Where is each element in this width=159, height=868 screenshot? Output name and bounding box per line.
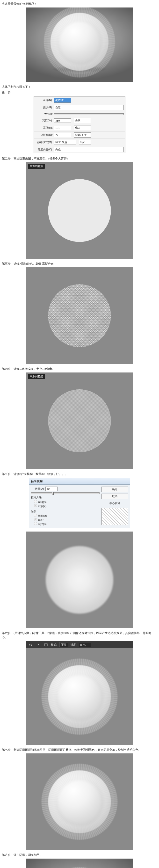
opt-zoom[interactable]: 缩放(Z) (34, 504, 101, 508)
procedure-heading: 具体的制作步骤如下： (2, 85, 157, 89)
figure-step4: 来源剑花烟 (26, 372, 133, 469)
figure-step3 (26, 267, 133, 364)
preset-label: 预设(P): (35, 105, 54, 109)
preset-select[interactable]: 自定 (54, 105, 124, 110)
figure-final (26, 7, 133, 82)
intro-text: 先来看看最终的效果图吧： (2, 2, 157, 6)
figure-step6 (26, 648, 133, 745)
size-select[interactable] (54, 113, 124, 115)
figure-step8 (26, 859, 133, 868)
width-label: 宽度(W): (35, 119, 54, 122)
step-2-title: 第二步：画出圆形来图，填充颜色。(根据个人喜好) (2, 157, 157, 161)
amount-slider[interactable] (31, 492, 100, 494)
brush-panel-icon[interactable] (43, 643, 49, 647)
shaded-ball (48, 770, 111, 833)
source-badge: 来源剑花烟 (28, 374, 45, 379)
center-label: 中心模糊 (101, 501, 128, 505)
ok-button[interactable]: 确定 (101, 487, 128, 492)
res-input[interactable]: 72 (54, 133, 71, 137)
width-unit-select[interactable]: 像素 (74, 118, 91, 123)
res-label: 分辨率(R): (35, 133, 54, 137)
amount-input[interactable]: 30 (45, 487, 58, 491)
height-label: 高度(H): (35, 126, 54, 129)
blend-mode-select[interactable]: 正常 (59, 642, 68, 647)
step-6-title: 第六步：(关键性步骤，)涂抹工具，2像素，强度80% 在图像边缘处涂抹，以至产生… (2, 631, 157, 639)
plain-circle (48, 179, 111, 242)
step-8-title: 第八步：添加阴影，调整细节。 (2, 853, 157, 857)
dialog-title: 径向模糊 (29, 478, 130, 485)
source-badge: 来源剑花烟 (28, 164, 45, 169)
brush-preset-icon[interactable]: •▾ (35, 643, 41, 647)
step-1-title: 第一步： (2, 90, 157, 94)
res-unit-select[interactable]: 像素/英寸 (74, 132, 91, 137)
mode-label: 颜色模式(M): (35, 141, 54, 144)
step-5-title: 第五步：滤镜>径向模糊，数量30，缩放，好。。。 (2, 472, 157, 476)
radial-blur-dialog: 径向模糊 数量(A) 30 模糊方法: 旋转(S) 缩放(Z) 品质: 草图(D… (29, 478, 130, 528)
height-unit-select[interactable]: 像素 (74, 125, 91, 130)
figure-step7 (26, 753, 133, 850)
slider-thumb[interactable] (52, 492, 54, 495)
step-7-title: 第七步：新建阴影图层和高光图层，阴影图层正片叠底，绘制半透明黑色，高光图层叠加，… (2, 748, 157, 752)
final-furball (51, 13, 108, 71)
blur-noise-circle (48, 390, 111, 452)
cancel-button[interactable]: 取消 (101, 494, 128, 499)
mode-label: 模式: (51, 643, 57, 647)
bg-label: 背景内容(C): (35, 148, 54, 151)
amount-label: 数量(A) (31, 487, 45, 491)
blur-center-preview[interactable] (101, 508, 128, 525)
figure-step5 (26, 531, 133, 628)
smudge-tool-icon[interactable] (28, 643, 33, 647)
method-group-label: 模糊方法: (31, 496, 101, 499)
svg-rect-0 (44, 644, 47, 646)
figure-step2: 来源剑花烟 (26, 162, 133, 259)
noise-circle (48, 284, 111, 347)
strength-label: 强度: (70, 643, 76, 647)
ps-options-bar: •▾ 模式: 正常 强度: 80% (26, 641, 133, 648)
step-3-title: 第三步：滤镜>添加杂色。20% 高斯分布 (2, 262, 157, 266)
bg-select[interactable]: 白色 (54, 147, 124, 152)
name-input[interactable]: 毛绒球1 (54, 98, 71, 103)
opt-draft[interactable]: 草图(D) (34, 514, 101, 518)
height-input[interactable]: 181 (54, 126, 71, 130)
radial-blur-circle (46, 546, 113, 614)
opt-spin[interactable]: 旋转(S) (34, 500, 101, 504)
width-input[interactable]: 350 (54, 119, 71, 123)
quality-group-label: 品质: (31, 509, 101, 513)
strength-input[interactable]: 80% (79, 643, 91, 647)
new-doc-dialog: 名称(N): 毛绒球1 预设(P): 自定 大小(I): 宽度(W): 350 … (34, 96, 125, 153)
name-label: 名称(N): (35, 98, 54, 102)
smudged-ball (48, 665, 111, 728)
opt-best[interactable]: 最好(B) (34, 522, 101, 526)
bit-select[interactable]: 8 位 (79, 140, 91, 145)
step-4-title: 第四步：滤镜...高斯模糊，半径1.5像素。 (2, 367, 157, 371)
size-label: 大小(I): (35, 112, 54, 116)
opt-good[interactable]: 好(G) (34, 518, 101, 522)
mode-select[interactable]: RGB 颜色 (54, 140, 76, 145)
